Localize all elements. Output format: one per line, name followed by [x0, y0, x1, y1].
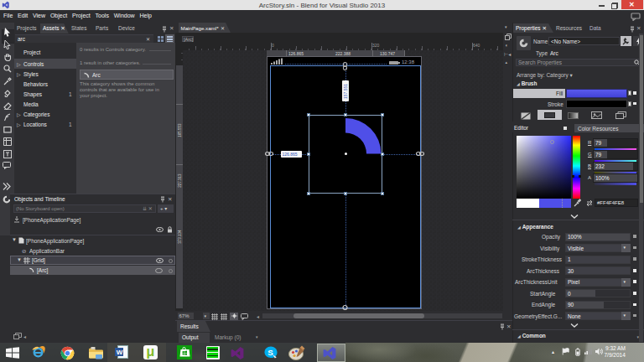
svg-text:S: S [267, 348, 273, 357]
